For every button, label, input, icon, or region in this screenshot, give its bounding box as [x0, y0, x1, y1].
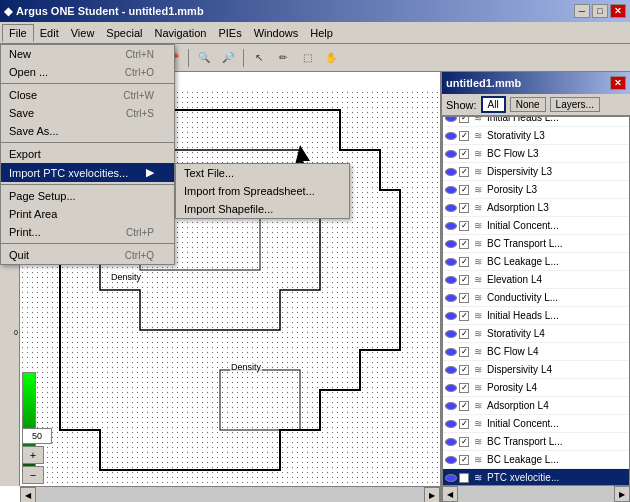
menu-windows[interactable]: Windows	[248, 25, 305, 41]
layer-item[interactable]: ✓≋Elevation L4	[443, 271, 629, 289]
layer-eye-icon[interactable]	[445, 366, 457, 374]
layer-item[interactable]: ✓≋PTC xvelocitie...	[443, 469, 629, 486]
layer-eye-icon[interactable]	[445, 186, 457, 194]
hscroll-left[interactable]: ◀	[20, 487, 36, 502]
menu-export[interactable]: Export	[1, 145, 174, 163]
layer-eye-icon[interactable]	[445, 276, 457, 284]
layer-item[interactable]: ✓≋Dispersivity L4	[443, 361, 629, 379]
layer-item[interactable]: ✓≋BC Flow L4	[443, 343, 629, 361]
vscroll-left2[interactable]: ◀	[442, 486, 458, 502]
toolbar-pointer[interactable]: ↖	[248, 47, 270, 69]
hscroll-right[interactable]: ▶	[424, 487, 440, 502]
menu-new[interactable]: NewCtrl+N	[1, 45, 174, 63]
layer-check-icon: ✓	[459, 149, 469, 159]
layer-item[interactable]: ✓≋BC Flow L3	[443, 145, 629, 163]
layer-item[interactable]: ✓≋Initial Heads L...	[443, 307, 629, 325]
toolbar-zoomout[interactable]: 🔎	[217, 47, 239, 69]
layer-item[interactable]: ✓≋Conductivity L...	[443, 289, 629, 307]
layer-check-icon: ✓	[459, 167, 469, 177]
layer-item[interactable]: ✓≋Dispersivity L3	[443, 163, 629, 181]
layer-eye-icon[interactable]	[445, 438, 457, 446]
layer-type-icon: ≋	[471, 255, 485, 269]
layer-eye-icon[interactable]	[445, 348, 457, 356]
minimize-button[interactable]: ─	[574, 4, 590, 18]
menu-view[interactable]: View	[65, 25, 101, 41]
vscroll-right2[interactable]: ▶	[614, 486, 630, 502]
layer-eye-icon[interactable]	[445, 150, 457, 158]
layer-item[interactable]: ✓≋BC Transport L...	[443, 235, 629, 253]
menu-pagesetup[interactable]: Page Setup...	[1, 187, 174, 205]
menu-printarea[interactable]: Print Area	[1, 205, 174, 223]
toolbar-pencil[interactable]: ✏	[272, 47, 294, 69]
toolbar-pan[interactable]: ✋	[320, 47, 342, 69]
layer-item[interactable]: ✓≋Initial Heads L...	[443, 116, 629, 127]
layers-list[interactable]: ✓≋Elevation L3✓≋Conductivity L...✓≋Initi…	[442, 116, 630, 486]
layer-label: BC Transport L...	[487, 436, 563, 447]
menu-bar: File Edit View Special Navigation PIEs W…	[0, 22, 630, 44]
layer-eye-icon[interactable]	[445, 474, 457, 482]
layer-eye-icon[interactable]	[445, 384, 457, 392]
layer-eye-icon[interactable]	[445, 402, 457, 410]
layer-item[interactable]: ✓≋Adsorption L4	[443, 397, 629, 415]
menu-print[interactable]: Print...Ctrl+P	[1, 223, 174, 241]
layer-item[interactable]: ✓≋BC Transport L...	[443, 433, 629, 451]
layer-item[interactable]: ✓≋BC Leakage L...	[443, 451, 629, 469]
import-spreadsheet[interactable]: Import from Spreadsheet...	[176, 182, 349, 200]
menu-file[interactable]: File	[2, 24, 34, 42]
import-textfile[interactable]: Text File...	[176, 164, 349, 182]
layer-eye-icon[interactable]	[445, 330, 457, 338]
layer-type-icon: ≋	[471, 147, 485, 161]
layer-eye-icon[interactable]	[445, 456, 457, 464]
layer-item[interactable]: ✓≋Adsorption L3	[443, 199, 629, 217]
close-button[interactable]: ✕	[610, 4, 626, 18]
menu-open[interactable]: Open ...Ctrl+O	[1, 63, 174, 81]
layer-check-icon: ✓	[459, 239, 469, 249]
menu-special[interactable]: Special	[100, 25, 148, 41]
layer-eye-icon[interactable]	[445, 258, 457, 266]
layer-label: Initial Concent...	[487, 418, 559, 429]
menu-edit[interactable]: Edit	[34, 25, 65, 41]
layers-close-btn[interactable]: ✕	[610, 76, 626, 90]
layer-eye-icon[interactable]	[445, 204, 457, 212]
menu-close[interactable]: CloseCtrl+W	[1, 86, 174, 104]
import-shapefile[interactable]: Import Shapefile...	[176, 200, 349, 218]
layer-check-icon: ✓	[459, 419, 469, 429]
layer-item[interactable]: ✓≋Porosity L3	[443, 181, 629, 199]
menu-import[interactable]: Import PTC xvelocities...▶	[1, 163, 174, 182]
menu-save[interactable]: SaveCtrl+S	[1, 104, 174, 122]
menu-pies[interactable]: PIEs	[212, 25, 247, 41]
show-layers-btn[interactable]: Layers...	[550, 97, 600, 112]
zoom-out-btn[interactable]: −	[22, 466, 44, 484]
show-none-btn[interactable]: None	[510, 97, 546, 112]
menu-saveas[interactable]: Save As...	[1, 122, 174, 140]
layer-label: Dispersivity L3	[487, 166, 552, 177]
layer-item[interactable]: ✓≋Initial Concent...	[443, 217, 629, 235]
layer-item[interactable]: ✓≋Storativity L4	[443, 325, 629, 343]
layer-item[interactable]: ✓≋Storativity L3	[443, 127, 629, 145]
vscroll-track2[interactable]	[458, 486, 614, 502]
layer-eye-icon[interactable]	[445, 312, 457, 320]
hscroll-track[interactable]	[36, 487, 424, 502]
layer-eye-icon[interactable]	[445, 420, 457, 428]
maximize-button[interactable]: □	[592, 4, 608, 18]
layer-eye-icon[interactable]	[445, 240, 457, 248]
layer-eye-icon[interactable]	[445, 222, 457, 230]
layer-eye-icon[interactable]	[445, 132, 457, 140]
layer-item[interactable]: ✓≋Porosity L4	[443, 379, 629, 397]
layer-check-icon: ✓	[459, 347, 469, 357]
menu-navigation[interactable]: Navigation	[148, 25, 212, 41]
show-all-btn[interactable]: All	[481, 96, 506, 113]
menu-quit[interactable]: QuitCtrl+Q	[1, 246, 174, 264]
layer-eye-icon[interactable]	[445, 116, 457, 122]
sep1	[1, 83, 174, 84]
layer-eye-icon[interactable]	[445, 294, 457, 302]
zoom-in-btn[interactable]: +	[22, 446, 44, 464]
menu-help[interactable]: Help	[304, 25, 339, 41]
layer-item[interactable]: ✓≋BC Leakage L...	[443, 253, 629, 271]
toolbar-select[interactable]: ⬚	[296, 47, 318, 69]
layer-check-icon: ✓	[459, 473, 469, 483]
toolbar-zoomin[interactable]: 🔍	[193, 47, 215, 69]
layer-label: BC Flow L3	[487, 148, 539, 159]
layer-eye-icon[interactable]	[445, 168, 457, 176]
layer-item[interactable]: ✓≋Initial Concent...	[443, 415, 629, 433]
